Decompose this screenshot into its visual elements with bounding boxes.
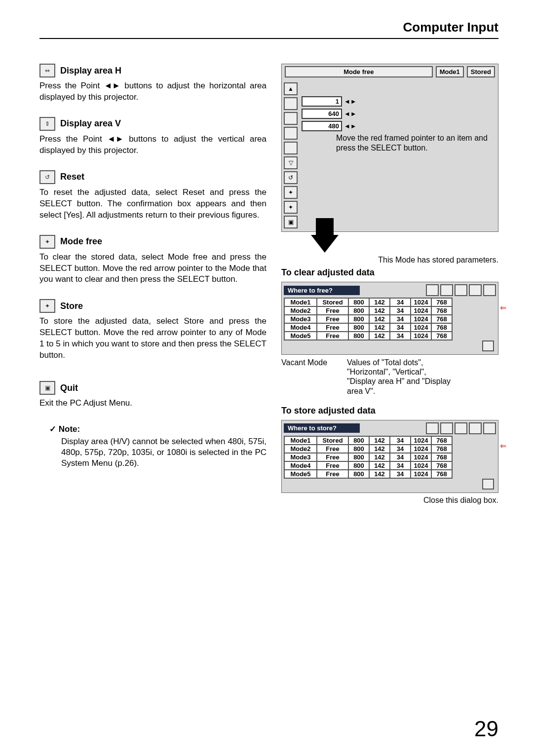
table-row[interactable]: Mode3Free800142341024768 [284, 315, 452, 323]
vacant-mode-label: Vacant Mode [281, 358, 327, 396]
status-cell: Free [317, 315, 348, 323]
value-cell: 1024 [411, 323, 431, 332]
col-icon-4 [469, 284, 482, 296]
value-cell: 34 [390, 298, 411, 306]
page-number: 29 [474, 717, 498, 741]
table-row[interactable]: Mode1Stored800142341024768 [284, 436, 452, 445]
mode-cell: Mode2 [284, 445, 317, 453]
free-dialog: Where to free? Mode1Stored80014234102476… [281, 282, 498, 355]
table-row[interactable]: Mode4Free800142341024768 [284, 323, 452, 332]
store-close-icon[interactable] [482, 479, 494, 490]
value-cell: 34 [390, 323, 411, 332]
status-cell: Free [317, 323, 348, 332]
display-v-title: Display area V [60, 118, 121, 129]
mode-free-icon: ✦ [39, 235, 55, 249]
col-icon-1 [426, 284, 439, 296]
status-cell: Free [317, 470, 348, 478]
mode-cell: Mode3 [284, 453, 317, 461]
value-cell: 1024 [411, 332, 431, 340]
status-cell: Stored [317, 436, 348, 445]
param-3-arrows[interactable]: ◄► [344, 122, 357, 130]
value-cell: 800 [348, 461, 369, 470]
status-cell: Free [317, 461, 348, 470]
value-cell: 768 [431, 445, 452, 453]
osd-mode-free-chip: Mode free [285, 66, 433, 77]
value-cell: 800 [348, 323, 369, 332]
store-table: Mode1Stored800142341024768Mode2Free80014… [284, 436, 453, 479]
table-row[interactable]: Mode1Stored800142341024768 [284, 298, 452, 306]
osd-quit-icon[interactable]: ▣ [284, 216, 298, 228]
value-cell: 1024 [411, 445, 431, 453]
value-cell: 768 [431, 298, 452, 306]
reset-body: To reset the adjusted data, select Reset… [39, 187, 266, 221]
note-heading: ✓ Note: [49, 424, 266, 434]
table-row[interactable]: Mode5Free800142341024768 [284, 470, 452, 478]
col-icon-3 [455, 284, 467, 296]
osd-item-4-icon[interactable] [284, 142, 298, 154]
param-2-arrows[interactable]: ◄► [344, 110, 357, 117]
value-cell: 768 [431, 436, 452, 445]
close-dialog-note: Close this dialog box. [281, 496, 498, 505]
mode-free-body: To clear the stored data, select Mode fr… [39, 252, 266, 286]
page-header: Computer Input [39, 20, 498, 35]
display-h-title: Display area H [60, 66, 121, 76]
mode-free-title: Mode free [60, 236, 102, 247]
value-cell: 1024 [411, 298, 431, 306]
value-cell: 142 [369, 436, 390, 445]
stored-caption: This Mode has stored parameters. [281, 256, 498, 265]
osd-mode1-chip: Mode1 [436, 66, 464, 77]
col-icon-3b [455, 422, 467, 434]
value-cell: 34 [390, 445, 411, 453]
osd-item-3-icon[interactable] [284, 127, 298, 140]
mode-cell: Mode5 [284, 332, 317, 340]
value-cell: 1024 [411, 315, 431, 323]
mode-cell: Mode5 [284, 470, 317, 478]
col-icon-2 [440, 284, 453, 296]
col-icon-5b [483, 422, 496, 434]
note-body: Display area (H/V) cannot be selected wh… [61, 436, 266, 469]
osd-reset-icon[interactable]: ↺ [284, 171, 298, 184]
quit-title: Quit [60, 383, 78, 393]
value-cell: 768 [431, 306, 452, 315]
mode-cell: Mode1 [284, 436, 317, 445]
param-1-arrows[interactable]: ◄► [344, 98, 357, 105]
store-title: Store [60, 301, 83, 311]
store-icon: ✦ [39, 299, 55, 313]
mode-cell: Mode2 [284, 306, 317, 315]
value-cell: 142 [369, 461, 390, 470]
table-row[interactable]: Mode5Free800142341024768 [284, 332, 452, 340]
value-cell: 142 [369, 323, 390, 332]
mode-cell: Mode4 [284, 323, 317, 332]
table-row[interactable]: Mode2Free800142341024768 [284, 445, 452, 453]
value-cell: 1024 [411, 436, 431, 445]
status-cell: Free [317, 453, 348, 461]
free-close-icon[interactable] [482, 340, 494, 351]
osd-item-2-icon[interactable] [284, 112, 298, 125]
table-row[interactable]: Mode4Free800142341024768 [284, 461, 452, 470]
value-cell: 768 [431, 315, 452, 323]
value-cell: 1024 [411, 306, 431, 315]
osd-stored-chip: Stored [467, 66, 495, 77]
param-2-value: 640 [302, 109, 342, 119]
osd-up-icon[interactable]: ▲ [284, 82, 298, 95]
down-arrow-icon [311, 235, 339, 253]
value-cell: 768 [431, 332, 452, 340]
value-cell: 34 [390, 306, 411, 315]
table-row[interactable]: Mode2Free800142341024768 [284, 306, 452, 315]
status-cell: Free [317, 445, 348, 453]
value-cell: 34 [390, 436, 411, 445]
display-v-body: Press the Point ◄► buttons to adjust the… [39, 134, 266, 156]
status-cell: Free [317, 306, 348, 315]
value-cell: 34 [390, 461, 411, 470]
mode-cell: Mode3 [284, 315, 317, 323]
mode-cell: Mode4 [284, 461, 317, 470]
osd-store-icon[interactable]: ✦ [284, 201, 298, 214]
col-icon-4b [469, 422, 482, 434]
display-v-icon: ⇕ [39, 117, 55, 131]
value-cell: 34 [390, 315, 411, 323]
status-cell: Stored [317, 298, 348, 306]
osd-item-1-icon[interactable] [284, 97, 298, 110]
table-row[interactable]: Mode3Free800142341024768 [284, 453, 452, 461]
osd-down-icon[interactable]: ▽ [284, 156, 298, 169]
osd-modefree-icon[interactable]: ✦ [284, 186, 298, 199]
